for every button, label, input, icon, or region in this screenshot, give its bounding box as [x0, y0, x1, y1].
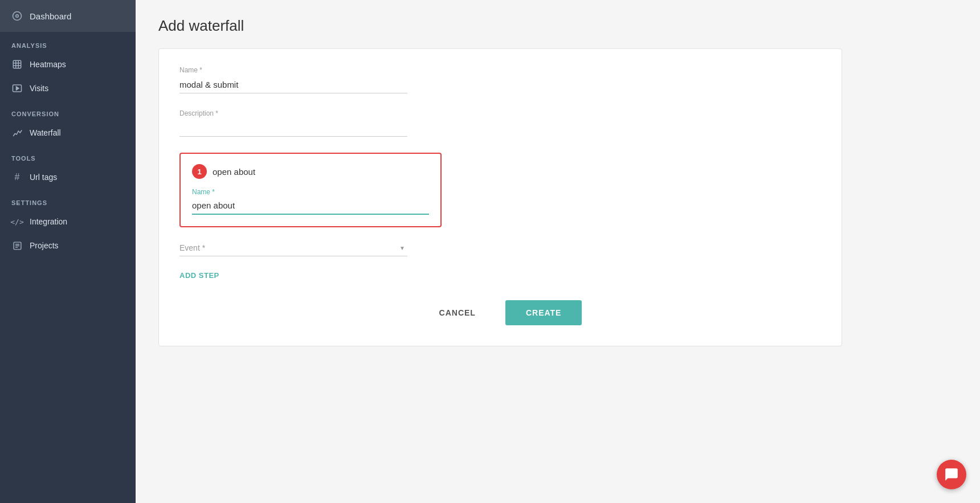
form-card: Name * Description * 1 open about Name *…: [158, 48, 842, 346]
integration-icon: </>: [11, 216, 23, 227]
svg-rect-2: [13, 60, 21, 68]
form-actions: CANCEL CREATE: [179, 300, 821, 325]
svg-point-0: [13, 12, 22, 21]
chat-icon: [944, 467, 959, 482]
sidebar-item-waterfall[interactable]: Waterfall: [0, 121, 136, 145]
create-button[interactable]: CREATE: [505, 300, 582, 325]
url-tags-icon: #: [11, 171, 23, 183]
sidebar-item-projects[interactable]: Projects: [0, 234, 136, 257]
main-content: Add waterfall Name * Description * 1 ope…: [136, 0, 980, 503]
sidebar: Dashboard ANALYSIS Heatmaps Visits CONVE…: [0, 0, 136, 503]
event-dropdown-container: Event *: [179, 239, 407, 256]
step-name-input[interactable]: [192, 198, 429, 215]
sidebar-item-label: Waterfall: [30, 128, 61, 137]
name-label: Name *: [179, 66, 821, 74]
svg-marker-4: [17, 87, 19, 90]
step-title: open about: [213, 167, 255, 177]
event-dropdown[interactable]: Event *: [179, 239, 407, 256]
waterfall-icon: [11, 127, 23, 138]
step-badge: 1: [192, 164, 207, 179]
dashboard-icon: [11, 10, 23, 22]
projects-icon: [11, 240, 23, 251]
sidebar-section-analysis: ANALYSIS: [0, 32, 136, 52]
chat-bubble[interactable]: [937, 460, 966, 489]
event-dropdown-wrap: Event *: [179, 239, 407, 256]
sidebar-item-label: Dashboard: [30, 11, 71, 21]
sidebar-item-integration[interactable]: </> Integration: [0, 210, 136, 234]
sidebar-item-visits[interactable]: Visits: [0, 76, 136, 100]
cancel-button[interactable]: CANCEL: [419, 300, 496, 325]
sidebar-item-dashboard[interactable]: Dashboard: [0, 0, 136, 32]
sidebar-item-label: Integration: [30, 217, 67, 226]
description-group: Description *: [179, 109, 821, 137]
sidebar-section-conversion: CONVERSION: [0, 100, 136, 121]
step-name-label: Name *: [192, 188, 429, 196]
sidebar-item-label: Heatmaps: [30, 60, 66, 69]
sidebar-item-label: Visits: [30, 84, 48, 93]
step-box: 1 open about Name *: [179, 153, 442, 227]
description-label: Description *: [179, 109, 821, 117]
sidebar-item-label: Url tags: [30, 173, 57, 182]
sidebar-item-label: Projects: [30, 241, 59, 250]
page-title: Add waterfall: [158, 17, 957, 35]
svg-point-1: [16, 15, 19, 18]
step-header: 1 open about: [192, 164, 429, 179]
add-step-button[interactable]: ADD STEP: [179, 269, 219, 282]
sidebar-section-settings: SETTINGS: [0, 189, 136, 210]
sidebar-section-tools: TOOLS: [0, 145, 136, 165]
heatmaps-icon: [11, 59, 23, 70]
description-input[interactable]: [179, 121, 407, 137]
visits-icon: [11, 83, 23, 94]
sidebar-item-url-tags[interactable]: # Url tags: [0, 165, 136, 189]
name-group: Name *: [179, 66, 821, 93]
name-input[interactable]: [179, 77, 407, 93]
sidebar-item-heatmaps[interactable]: Heatmaps: [0, 52, 136, 76]
